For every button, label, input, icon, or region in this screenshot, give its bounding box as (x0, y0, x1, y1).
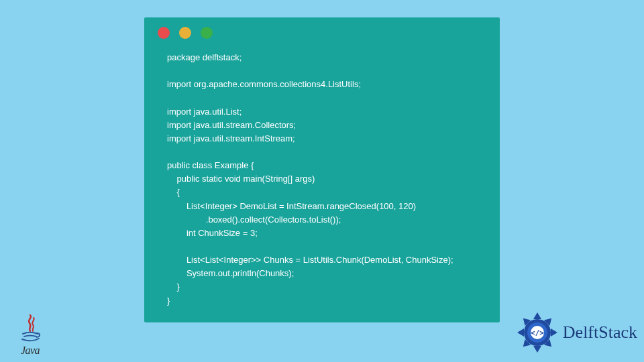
java-logo: Java (12, 314, 48, 357)
svg-text:</>: </> (531, 328, 544, 337)
traffic-light-zoom-icon (201, 27, 213, 39)
window-traffic-lights (144, 17, 500, 43)
code-block: package delftstack; import org.apache.co… (144, 43, 500, 321)
java-logo-label: Java (12, 345, 48, 357)
traffic-light-minimize-icon (179, 27, 191, 39)
java-cup-icon (17, 314, 44, 342)
svg-marker-3 (551, 328, 557, 337)
code-window: package delftstack; import org.apache.co… (144, 17, 500, 322)
svg-marker-2 (517, 328, 524, 337)
delftstack-logo-label: DelftStack (563, 322, 637, 343)
traffic-light-close-icon (158, 27, 170, 39)
svg-marker-0 (533, 312, 541, 319)
delftstack-gear-icon: </> (516, 311, 559, 354)
svg-marker-1 (533, 346, 541, 353)
delftstack-logo: </> DelftStack (516, 311, 637, 354)
